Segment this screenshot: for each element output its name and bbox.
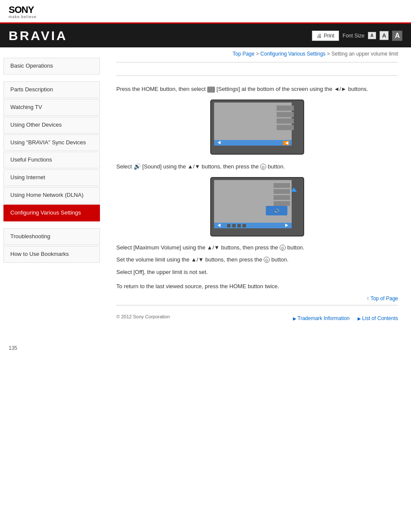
top-of-page-link[interactable]: Top of Page [116, 296, 398, 302]
content-divider-top [116, 62, 398, 62]
svg-rect-3 [277, 112, 294, 117]
svg-rect-14 [274, 195, 290, 200]
sidebar-item-using-bravia-sync[interactable]: Using "BRAVIA" Sync Devices [3, 134, 100, 151]
screen2-container: 🔊 [116, 177, 398, 238]
svg-text:🔊: 🔊 [274, 208, 280, 214]
sidebar-item-how-to-use-bookmarks[interactable]: How to Use Bookmarks [3, 246, 100, 263]
svg-rect-22 [227, 224, 230, 227]
main-layout: Basic Operations Parts Description Watch… [0, 47, 411, 332]
step1-text: Press the HOME button, then select [Sett… [116, 85, 398, 94]
step3-text: Select [Maximum Volume] using the ▲/▼ bu… [116, 243, 398, 252]
svg-rect-12 [274, 183, 290, 188]
svg-rect-5 [277, 125, 294, 130]
page-number: 135 [0, 345, 411, 351]
svg-rect-25 [243, 224, 246, 227]
sidebar-item-watching-tv[interactable]: Watching TV [3, 99, 100, 116]
sidebar-item-configuring-various-settings[interactable]: Configuring Various Settings [3, 205, 100, 221]
bravia-title: BRAVIA [9, 28, 68, 43]
page-content: Press the HOME button, then select [Sett… [116, 79, 398, 324]
content-divider-bottom [116, 305, 398, 305]
font-size-label: Font Size [342, 33, 364, 39]
screen2-svg: 🔊 [210, 177, 305, 237]
svg-rect-15 [274, 201, 290, 206]
footer-links: Trademark Information List of Contents [286, 315, 398, 321]
copyright-text: © 2012 Sony Corporation [116, 314, 170, 319]
svg-rect-4 [277, 118, 294, 124]
screen1-container [116, 99, 398, 156]
sidebar-item-parts-description[interactable]: Parts Description [3, 81, 100, 98]
bravia-controls: 🖨 Print Font Size A A A [312, 31, 402, 41]
breadcrumb-sep1: > [255, 51, 261, 57]
svg-rect-6 [214, 140, 292, 146]
svg-rect-13 [274, 189, 290, 194]
step5-text: To return to the last viewed source, pre… [116, 282, 398, 291]
sidebar-item-troubleshooting[interactable]: Troubleshooting [3, 228, 100, 245]
step4-text: Set the volume limit using the ▲/▼ butto… [116, 255, 398, 264]
footer-row: © 2012 Sony Corporation Trademark Inform… [116, 309, 398, 321]
sony-logo: SONY make.believe [9, 5, 402, 19]
bravia-bar: BRAVIA 🖨 Print Font Size A A A [0, 24, 411, 47]
svg-rect-2 [277, 106, 294, 111]
trademark-information-link[interactable]: Trademark Information [293, 315, 350, 321]
print-icon: 🖨 [317, 33, 322, 39]
font-small-button[interactable]: A [368, 32, 376, 39]
screen1-svg [210, 99, 305, 155]
content-divider-2 [116, 75, 398, 76]
sidebar: Basic Operations Parts Description Watch… [0, 47, 103, 332]
content-area: Top Page > Configuring Various Settings … [103, 47, 411, 332]
breadcrumb-current: Setting an upper volume limit [331, 51, 398, 57]
sidebar-item-useful-functions[interactable]: Useful Functions [3, 152, 100, 168]
step4b-text: Select [Off], the upper limit is not set… [116, 268, 398, 277]
sidebar-item-using-home-network[interactable]: Using Home Network (DLNA) [3, 187, 100, 204]
svg-rect-19 [214, 223, 292, 228]
sidebar-item-using-other-devices[interactable]: Using Other Devices [3, 117, 100, 134]
top-bar: SONY make.believe [0, 0, 411, 24]
list-of-contents-link[interactable]: List of Contents [358, 315, 398, 321]
breadcrumb-configuring[interactable]: Configuring Various Settings [260, 51, 325, 57]
svg-rect-23 [232, 224, 236, 227]
step2-text: Select 🔊 [Sound] using the ▲/▼ buttons, … [116, 162, 398, 171]
print-button[interactable]: 🖨 Print [312, 31, 339, 41]
svg-rect-24 [237, 224, 241, 227]
sidebar-item-basic-operations[interactable]: Basic Operations [3, 58, 100, 75]
breadcrumb: Top Page > Configuring Various Settings … [116, 47, 398, 59]
breadcrumb-sep2: > [326, 51, 332, 57]
sidebar-item-using-internet[interactable]: Using Internet [3, 169, 100, 186]
breadcrumb-top-page[interactable]: Top Page [233, 51, 255, 57]
font-medium-button[interactable]: A [380, 31, 389, 40]
font-large-button[interactable]: A [392, 31, 402, 41]
